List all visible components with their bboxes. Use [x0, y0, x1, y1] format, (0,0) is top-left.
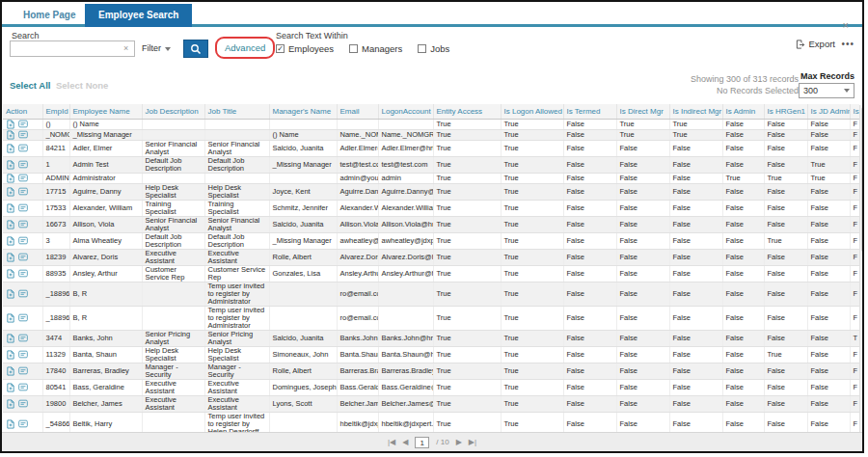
- filter-dropdown[interactable]: Filter: [142, 40, 178, 57]
- view-details-icon[interactable]: [18, 220, 28, 229]
- open-record-icon[interactable]: [6, 160, 15, 170]
- view-details-icon[interactable]: [18, 313, 28, 323]
- column-header-is_hrgen1[interactable]: Is HRGen1: [764, 104, 807, 120]
- view-details-icon[interactable]: [18, 334, 28, 343]
- column-header-is_logon_allowed[interactable]: Is Logon Allowed: [501, 104, 563, 120]
- view-details-icon[interactable]: [18, 144, 28, 153]
- column-header-is_termed[interactable]: Is Termed: [563, 104, 616, 120]
- checkbox-jobs[interactable]: Jobs: [418, 43, 449, 54]
- table-row[interactable]: 16673Allison, ViolaSenior Financial Anal…: [3, 217, 859, 233]
- select-all-link[interactable]: Select All: [10, 80, 50, 91]
- column-header-manager[interactable]: Manager's Name: [269, 104, 337, 120]
- view-details-icon[interactable]: [18, 203, 28, 213]
- clear-search-icon[interactable]: ×: [123, 43, 128, 54]
- page-number-input[interactable]: 1: [415, 437, 429, 448]
- column-header-job_desc[interactable]: Job Description: [142, 104, 204, 120]
- table-row[interactable]: _5486600Beltik, HarryTemp user invited t…: [3, 413, 859, 435]
- column-header-entity_access[interactable]: Entity Access: [433, 104, 501, 120]
- column-header-is_direct_mgr[interactable]: Is Direct Mgr: [616, 104, 669, 120]
- table-row[interactable]: ADMINAdministratoradmin@youradminTrueTru…: [3, 174, 859, 184]
- view-details-icon[interactable]: [18, 174, 28, 183]
- checked-checkbox-icon[interactable]: ✓: [276, 44, 285, 53]
- view-details-icon[interactable]: [18, 383, 28, 392]
- open-record-icon[interactable]: [6, 269, 15, 279]
- search-input[interactable]: [10, 40, 135, 57]
- view-details-icon[interactable]: [18, 399, 28, 409]
- column-header-is_admin[interactable]: Is Admin: [722, 104, 764, 120]
- open-record-icon[interactable]: [6, 203, 15, 213]
- view-details-icon[interactable]: [18, 187, 28, 197]
- table-row[interactable]: 80541Bass, GeraldineExecutive AssistantE…: [3, 380, 859, 396]
- open-record-icon[interactable]: [6, 187, 15, 197]
- open-record-icon[interactable]: [6, 174, 15, 183]
- scrollbar-thumb[interactable]: [861, 107, 865, 252]
- column-header-is_indirect_mgr[interactable]: Is Indirect Mgr: [669, 104, 722, 120]
- view-details-icon[interactable]: [18, 120, 28, 129]
- open-record-icon[interactable]: [6, 120, 15, 129]
- open-record-icon[interactable]: [6, 419, 15, 429]
- view-details-icon[interactable]: [18, 289, 28, 299]
- open-record-icon[interactable]: [6, 144, 15, 153]
- view-details-icon[interactable]: [18, 419, 28, 429]
- table-row[interactable]: 3474Banks, JohnSenior Pricing AnalystSen…: [3, 331, 859, 347]
- last-page-button[interactable]: ▶|: [469, 438, 476, 446]
- vertical-scrollbar[interactable]: [859, 105, 864, 433]
- table-row[interactable]: 84211Adler, ElmerSenior Financial Analys…: [3, 141, 859, 157]
- first-page-button[interactable]: |◀: [388, 438, 395, 446]
- search-button[interactable]: [183, 40, 208, 58]
- unchecked-checkbox-icon[interactable]: [349, 44, 358, 53]
- export-button[interactable]: Export: [796, 39, 835, 49]
- checkbox-employees[interactable]: ✓Employees: [276, 43, 334, 54]
- table-row[interactable]: 18239Alvarez, DorisExecutive AssistantEx…: [3, 250, 859, 266]
- column-header-action[interactable]: Action: [3, 104, 42, 120]
- column-header-is_j_cut[interactable]: Is J: [850, 104, 859, 120]
- table-row[interactable]: ()() NameTrueTrueFalseTrueTrueFalseFalse…: [3, 120, 859, 130]
- table-row[interactable]: 88935Ansley, ArthurCustomer Service RepC…: [3, 266, 859, 282]
- open-record-icon[interactable]: [6, 236, 15, 246]
- column-header-job_title[interactable]: Job Title: [204, 104, 269, 120]
- close-icon[interactable]: ×: [843, 19, 849, 31]
- tab-employee-search[interactable]: Employee Search: [85, 4, 192, 27]
- open-record-icon[interactable]: [6, 383, 15, 392]
- tab-home-page[interactable]: Home Page: [10, 4, 89, 27]
- view-details-icon[interactable]: [18, 130, 28, 140]
- open-record-icon[interactable]: [6, 313, 15, 323]
- open-record-icon[interactable]: [6, 334, 15, 343]
- view-details-icon[interactable]: [18, 366, 28, 376]
- advanced-link[interactable]: Advanced: [215, 37, 275, 59]
- checkbox-managers[interactable]: Managers: [349, 43, 402, 54]
- open-record-icon[interactable]: [6, 253, 15, 262]
- column-header-is_jd_admin[interactable]: Is JD Admin: [807, 104, 850, 120]
- view-details-icon[interactable]: [18, 350, 28, 360]
- column-header-name[interactable]: Employee Name: [69, 104, 142, 120]
- table-row[interactable]: _1889650B, RTemp user invited to registe…: [3, 282, 859, 307]
- open-record-icon[interactable]: [6, 399, 15, 409]
- table-row[interactable]: _1889650B, RTemp user invited to registe…: [3, 307, 859, 331]
- open-record-icon[interactable]: [6, 350, 15, 360]
- table-row[interactable]: 17840Barreras, BradleyManager - Security…: [3, 363, 859, 380]
- table-row[interactable]: 17533Alexander, WilliamTraining Speciali…: [3, 201, 859, 217]
- view-details-icon[interactable]: [18, 269, 28, 279]
- open-record-icon[interactable]: [6, 366, 15, 376]
- next-page-button[interactable]: ▶: [456, 438, 462, 446]
- prev-page-button[interactable]: ◀: [402, 438, 408, 446]
- column-header-email[interactable]: Email: [337, 104, 378, 120]
- table-row[interactable]: 19800Belcher, JamesExecutive AssistantEx…: [3, 396, 859, 413]
- table-row[interactable]: 1Admin TestDefault Job DescriptionDefaul…: [3, 157, 859, 174]
- view-details-icon[interactable]: [18, 253, 28, 262]
- view-details-icon[interactable]: [18, 236, 28, 246]
- max-records-dropdown[interactable]: 300: [799, 83, 854, 98]
- open-record-icon[interactable]: [6, 130, 15, 140]
- table-row[interactable]: 3Alma WheatleyDefault Job DescriptionDef…: [3, 233, 859, 250]
- table-row[interactable]: _NOMGR_Missing Manager() NameName._NOMNa…: [3, 130, 859, 141]
- column-header-logon[interactable]: LogonAccount: [378, 104, 433, 120]
- cell-is_j_cut: F: [850, 174, 859, 184]
- open-record-icon[interactable]: [6, 289, 15, 299]
- more-options-button[interactable]: •••: [841, 39, 854, 49]
- open-record-icon[interactable]: [6, 220, 15, 229]
- column-header-empid[interactable]: EmpId: [42, 104, 69, 120]
- unchecked-checkbox-icon[interactable]: [418, 44, 426, 53]
- view-details-icon[interactable]: [18, 160, 28, 170]
- table-row[interactable]: 11329Banta, ShaunHelp Desk SpecialistHel…: [3, 347, 859, 363]
- table-row[interactable]: 17715Aguirre, DannyHelp Desk SpecialistH…: [3, 184, 859, 201]
